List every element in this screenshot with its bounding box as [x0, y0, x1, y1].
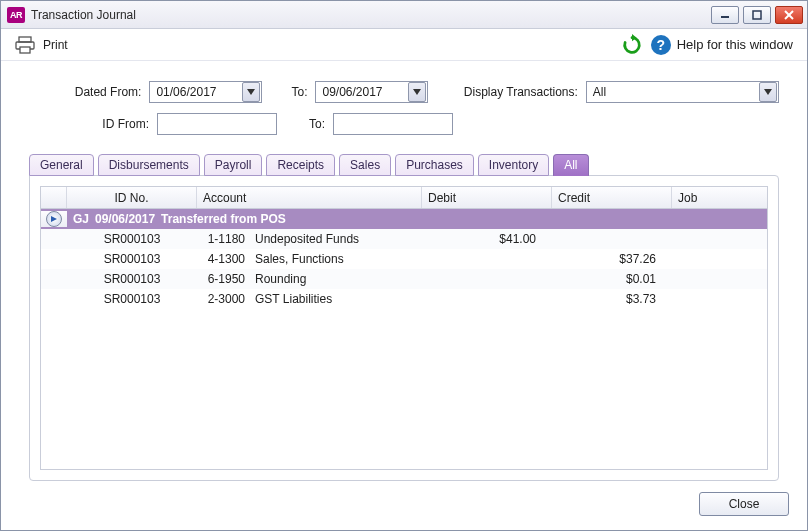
- display-transactions-select[interactable]: All: [586, 81, 779, 103]
- group-code: GJ: [73, 212, 89, 226]
- tab-general[interactable]: General: [29, 154, 94, 176]
- dropdown-icon[interactable]: [759, 82, 777, 102]
- cell-id: SR000103: [67, 252, 197, 266]
- id-to-label: To:: [285, 117, 325, 131]
- svg-rect-1: [753, 11, 761, 19]
- dated-from-value: 01/06/2017: [150, 85, 241, 99]
- close-button[interactable]: Close: [699, 492, 789, 516]
- display-transactions-value: All: [587, 85, 758, 99]
- cell-id: SR000103: [67, 292, 197, 306]
- id-from-input[interactable]: [164, 117, 270, 131]
- window-root: AR Transaction Journal Print ? Help for …: [0, 0, 808, 531]
- tab-sales[interactable]: Sales: [339, 154, 391, 176]
- dated-to-field[interactable]: 09/06/2017: [315, 81, 428, 103]
- tab-bar: General Disbursements Payroll Receipts S…: [29, 154, 779, 176]
- cell-account: 6-1950Rounding: [197, 272, 422, 286]
- maximize-button[interactable]: [743, 6, 771, 24]
- filter-panel: Dated From: 01/06/2017 To: 09/06/2017 Di…: [1, 61, 807, 153]
- cell-id: SR000103: [67, 232, 197, 246]
- display-transactions-label: Display Transactions:: [436, 85, 578, 99]
- tab-payroll[interactable]: Payroll: [204, 154, 263, 176]
- window-title: Transaction Journal: [31, 8, 705, 22]
- id-from-field[interactable]: [157, 113, 277, 135]
- minimize-button[interactable]: [711, 6, 739, 24]
- cell-debit: $41.00: [422, 232, 552, 246]
- close-window-button[interactable]: [775, 6, 803, 24]
- dated-from-field[interactable]: 01/06/2017: [149, 81, 262, 103]
- transaction-grid: ID No. Account Debit Credit Job GJ 09/06…: [40, 186, 768, 470]
- cell-account: 4-1300Sales, Functions: [197, 252, 422, 266]
- svg-rect-4: [19, 37, 31, 42]
- cell-credit: $0.01: [552, 272, 672, 286]
- print-icon[interactable]: [15, 36, 35, 54]
- titlebar: AR Transaction Journal: [1, 1, 807, 29]
- column-id[interactable]: ID No.: [67, 187, 197, 208]
- id-to-input[interactable]: [340, 117, 446, 131]
- table-row[interactable]: SR0001031-1180Undeposited Funds$41.00: [41, 229, 767, 249]
- column-expand: [41, 187, 67, 208]
- tab-panel: ID No. Account Debit Credit Job GJ 09/06…: [29, 175, 779, 481]
- expand-arrow-icon[interactable]: [41, 211, 67, 227]
- tab-inventory[interactable]: Inventory: [478, 154, 549, 176]
- dated-to-value: 09/06/2017: [316, 85, 407, 99]
- help-label: Help for this window: [677, 37, 793, 52]
- help-button[interactable]: ? Help for this window: [651, 35, 793, 55]
- svg-rect-6: [20, 47, 30, 53]
- cell-credit: $37.26: [552, 252, 672, 266]
- dated-to-label: To:: [270, 85, 307, 99]
- id-to-field[interactable]: [333, 113, 453, 135]
- toolbar: Print ? Help for this window: [1, 29, 807, 61]
- cell-account: 2-3000GST Liabilities: [197, 292, 422, 306]
- cell-account: 1-1180Undeposited Funds: [197, 232, 422, 246]
- column-credit[interactable]: Credit: [552, 187, 672, 208]
- window-controls: [711, 6, 803, 24]
- app-badge: AR: [7, 7, 25, 23]
- id-from-label: ID From:: [29, 117, 149, 131]
- table-row[interactable]: SR0001036-1950Rounding$0.01: [41, 269, 767, 289]
- tab-all[interactable]: All: [553, 154, 588, 176]
- tab-disbursements[interactable]: Disbursements: [98, 154, 200, 176]
- dated-from-label: Dated From:: [29, 85, 141, 99]
- group-desc: Transferred from POS: [161, 212, 286, 226]
- grid-body: GJ 09/06/2017 Transferred from POS SR000…: [41, 209, 767, 469]
- print-button[interactable]: Print: [43, 38, 68, 52]
- column-job[interactable]: Job: [672, 187, 767, 208]
- column-account[interactable]: Account: [197, 187, 422, 208]
- tabs-container: General Disbursements Payroll Receipts S…: [1, 153, 807, 481]
- cell-credit: $3.73: [552, 292, 672, 306]
- dropdown-icon[interactable]: [408, 82, 426, 102]
- table-row[interactable]: SR0001034-1300Sales, Functions$37.26: [41, 249, 767, 269]
- tab-purchases[interactable]: Purchases: [395, 154, 474, 176]
- group-date: 09/06/2017: [95, 212, 155, 226]
- tab-receipts[interactable]: Receipts: [266, 154, 335, 176]
- dropdown-icon[interactable]: [242, 82, 260, 102]
- table-row[interactable]: SR0001032-3000GST Liabilities$3.73: [41, 289, 767, 309]
- refresh-icon[interactable]: [621, 34, 643, 56]
- footer: Close: [1, 481, 807, 530]
- help-icon: ?: [651, 35, 671, 55]
- cell-id: SR000103: [67, 272, 197, 286]
- column-debit[interactable]: Debit: [422, 187, 552, 208]
- group-row[interactable]: GJ 09/06/2017 Transferred from POS: [41, 209, 767, 229]
- grid-header: ID No. Account Debit Credit Job: [41, 187, 767, 209]
